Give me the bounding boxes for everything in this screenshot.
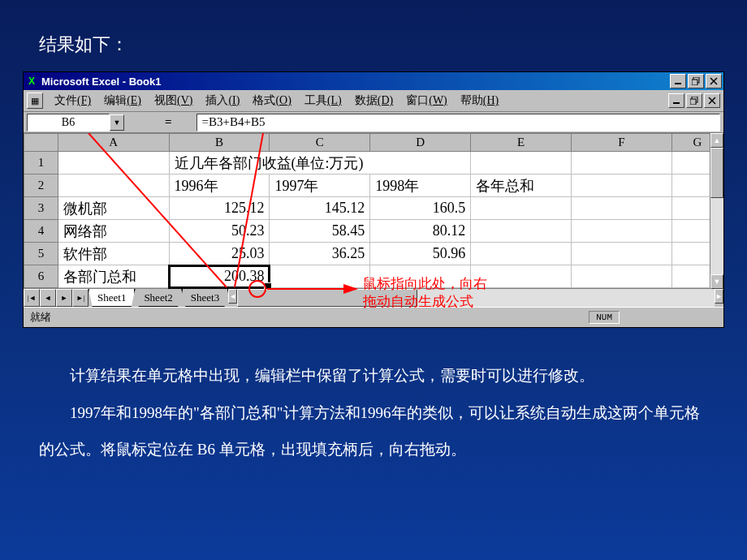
window-title: Microsoft Excel - Book1 [41, 75, 161, 88]
row-header-6[interactable]: 6 [24, 265, 58, 288]
name-box[interactable]: B6 [27, 114, 110, 131]
cell-d3[interactable]: 160.5 [370, 197, 471, 220]
cell-c5[interactable]: 36.25 [270, 243, 370, 265]
col-header-b[interactable]: B [169, 134, 270, 152]
sheet-tab-3[interactable]: Sheet3 [182, 289, 228, 307]
titlebar: X Microsoft Excel - Book1 [24, 72, 723, 90]
name-box-dropdown[interactable]: ▼ [110, 114, 124, 131]
annotation-text-1: 鼠标指向此处，向右 [363, 274, 487, 293]
restore-button[interactable] [688, 74, 704, 88]
menu-window[interactable]: 窗口(W) [399, 92, 454, 110]
col-header-a[interactable]: A [58, 134, 170, 152]
cell-c3[interactable]: 145.12 [270, 197, 370, 220]
spreadsheet-grid[interactable]: A B C D E F G 1 近几年各部门收益(单位:万元) 2 [24, 133, 723, 288]
minimize-icon [674, 77, 682, 85]
svg-rect-0 [675, 83, 681, 84]
menu-edit[interactable]: 编辑(E) [97, 92, 148, 110]
slide-para-2: 1997年和1998年的"各部门总和"计算方法和1996年的类似，可以让系统自动… [39, 394, 708, 468]
menu-view[interactable]: 视图(V) [148, 92, 199, 110]
formula-bar: B6 ▼ = =B3+B4+B5 [24, 112, 723, 133]
cell-e2[interactable]: 各年总和 [471, 174, 572, 197]
cell-b6-value: 200.38 [224, 268, 265, 284]
cell-b4[interactable]: 50.23 [169, 220, 270, 243]
col-header-d[interactable]: D [370, 134, 471, 152]
cell-d5[interactable]: 50.96 [370, 243, 471, 265]
slide-title: 结果如下： [39, 32, 747, 57]
svg-rect-7 [690, 99, 696, 105]
cell-b2[interactable]: 1996年 [169, 174, 270, 197]
doc-restore-button[interactable] [686, 93, 702, 108]
tab-nav-next[interactable]: ► [56, 289, 72, 307]
menu-help[interactable]: 帮助(H) [454, 92, 505, 110]
document-icon[interactable]: ▦ [27, 93, 43, 109]
doc-close-button[interactable] [704, 93, 720, 108]
vertical-scrollbar[interactable]: ▲ ▼ [710, 133, 723, 289]
scroll-track[interactable] [710, 148, 723, 274]
grid-area: A B C D E F G 1 近几年各部门收益(单位:万元) 2 [24, 133, 723, 307]
minimize-button[interactable] [670, 74, 686, 88]
close-icon [710, 77, 718, 85]
tab-nav-prev[interactable]: ◄ [40, 289, 56, 307]
col-header-f[interactable]: F [572, 134, 672, 152]
select-all-corner[interactable] [24, 134, 58, 152]
excel-window: X Microsoft Excel - Book1 ▦ 文件(F) 编辑(E) … [23, 71, 724, 328]
col-header-e[interactable]: E [471, 134, 572, 152]
menu-insert[interactable]: 插入(I) [199, 92, 246, 110]
excel-app-icon: X [25, 75, 38, 88]
row-header-4[interactable]: 4 [24, 220, 58, 243]
menu-data[interactable]: 数据(D) [348, 92, 399, 110]
menu-format[interactable]: 格式(O) [246, 92, 297, 110]
row-header-3[interactable]: 3 [24, 197, 58, 220]
cell-c2[interactable]: 1997年 [270, 174, 370, 197]
cell-b5[interactable]: 25.03 [169, 243, 270, 265]
annotation-text-2: 拖动自动生成公式 [363, 292, 473, 311]
scroll-thumb[interactable] [710, 148, 723, 198]
cell-a3[interactable]: 微机部 [58, 197, 170, 220]
tab-nav-last[interactable]: ►| [72, 289, 89, 307]
hscroll-left-button[interactable]: ◄ [228, 289, 237, 304]
svg-rect-2 [692, 80, 697, 85]
scroll-down-button[interactable]: ▼ [710, 274, 723, 289]
slide-para-1: 计算结果在单元格中出现，编辑栏中保留了计算公式，需要时可以进行修改。 [39, 357, 708, 394]
menu-file[interactable]: 文件(F) [48, 92, 97, 110]
row-header-2[interactable]: 2 [24, 174, 58, 197]
cell-d2[interactable]: 1998年 [370, 174, 471, 197]
cell-c4[interactable]: 58.45 [270, 220, 370, 243]
hscroll-right-button[interactable]: ► [715, 289, 723, 304]
status-ready: 就绪 [30, 310, 51, 325]
sheet-tab-2[interactable]: Sheet2 [135, 289, 181, 307]
restore-icon [692, 77, 700, 85]
cell-title[interactable]: 近几年各部门收益(单位:万元) [169, 152, 471, 174]
cell-b6-selected[interactable]: 200.38 [169, 265, 270, 288]
row-header-1[interactable]: 1 [24, 152, 58, 174]
formula-input[interactable]: =B3+B4+B5 [196, 114, 720, 131]
menu-tools[interactable]: 工具(L) [298, 92, 348, 110]
cell-d4[interactable]: 80.12 [370, 220, 471, 243]
status-numlock: NUM [589, 311, 620, 324]
sheet-tab-1[interactable]: Sheet1 [89, 289, 135, 307]
cell-a4[interactable]: 网络部 [58, 220, 170, 243]
cell-b3[interactable]: 125.12 [169, 197, 270, 220]
scroll-up-button[interactable]: ▲ [710, 133, 723, 148]
cell-a6[interactable]: 各部门总和 [58, 265, 170, 288]
close-button[interactable] [706, 74, 722, 88]
svg-rect-5 [673, 102, 680, 104]
equals-label: = [165, 115, 172, 129]
doc-minimize-button[interactable] [668, 93, 684, 108]
slide-body-text: 计算结果在单元格中出现，编辑栏中保留了计算公式，需要时可以进行修改。 1997年… [39, 357, 708, 468]
tab-nav-first[interactable]: |◄ [24, 289, 40, 307]
cell-a5[interactable]: 软件部 [58, 243, 170, 265]
menubar: ▦ 文件(F) 编辑(E) 视图(V) 插入(I) 格式(O) 工具(L) 数据… [24, 90, 723, 112]
row-header-5[interactable]: 5 [24, 243, 58, 265]
col-header-c[interactable]: C [270, 134, 370, 152]
